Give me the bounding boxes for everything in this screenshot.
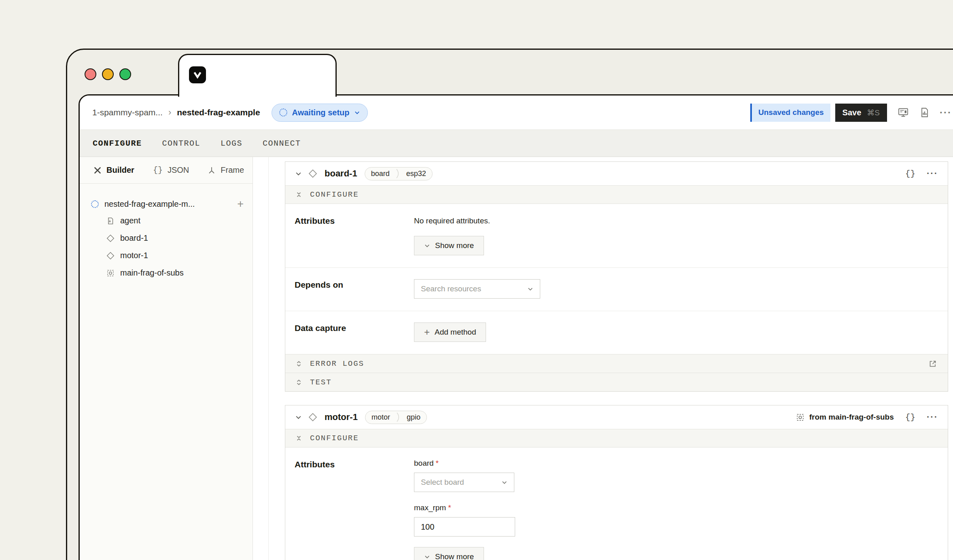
tab-configure[interactable]: CONFIGURE — [93, 139, 142, 148]
code-braces-icon[interactable]: {} — [905, 413, 915, 422]
maximize-window-button[interactable] — [119, 68, 131, 80]
attributes-label: Attributes — [295, 459, 414, 560]
add-method-label: Add method — [435, 328, 476, 337]
board-type-tag: board — [365, 170, 396, 178]
test-label: TEST — [310, 378, 332, 387]
board-model-tag: esp32 — [400, 170, 432, 178]
document-chart-icon — [919, 107, 930, 118]
required-asterisk: * — [436, 459, 439, 467]
collapse-card-chevron-icon[interactable] — [295, 414, 302, 421]
sidebar-tab-builder[interactable]: Builder — [93, 165, 134, 175]
agent-document-icon — [106, 217, 115, 225]
max-rpm-field: max_rpm* — [414, 503, 938, 537]
motor-type-model-tag: motor gpio — [365, 411, 427, 424]
card-overflow-menu[interactable]: ··· — [927, 412, 938, 422]
board-error-logs-bar: ERROR LOGS — [285, 354, 948, 373]
motor-configure-section-bar: CONFIGURE — [285, 429, 948, 448]
motor-show-more-button[interactable]: Show more — [414, 547, 484, 560]
board-show-more-label: Show more — [435, 241, 474, 250]
external-link-icon[interactable] — [928, 359, 937, 368]
tab-control[interactable]: CONTROL — [162, 139, 201, 148]
header-actions: Unsaved changes Save ⌘S — [750, 95, 952, 129]
breadcrumb-current: nested-frag-example — [177, 108, 260, 117]
depends-on-body: Search resources — [414, 279, 938, 299]
collapse-section-icon[interactable] — [296, 191, 302, 198]
component-diamond-icon — [106, 252, 115, 260]
sidebar-tab-json-label: JSON — [168, 165, 189, 175]
motor-show-more-label: Show more — [435, 552, 474, 560]
sidebar-mode-tabs: Builder {} JSON Frame — [80, 157, 253, 184]
app-window: 1-spammy-spam... › nested-frag-example A… — [79, 94, 953, 560]
plus-icon: + — [424, 327, 430, 337]
unsaved-changes-indicator[interactable]: Unsaved changes — [750, 104, 830, 122]
max-rpm-input[interactable] — [414, 517, 515, 537]
collapse-card-chevron-icon[interactable] — [295, 170, 302, 177]
max-rpm-field-label: max_rpm* — [414, 503, 938, 512]
tree-item-main-frag-of-subs[interactable]: main-frag-of-subs — [91, 264, 244, 282]
board-card-title: board-1 — [325, 168, 357, 179]
minimize-window-button[interactable] — [102, 68, 114, 80]
tag-divider — [396, 411, 401, 423]
sidebar: Builder {} JSON Frame — [80, 157, 253, 560]
chevron-down-icon — [527, 286, 533, 292]
tree-item-agent[interactable]: agent — [91, 212, 244, 229]
board-configure-section-bar: CONFIGURE — [285, 185, 948, 204]
depends-on-label: Depends on — [295, 279, 414, 299]
fragment-source-label: from main-frag-of-subs — [809, 413, 894, 422]
board-field-label-text: board — [414, 459, 434, 467]
machine-spinner-icon — [91, 200, 99, 208]
app-body: Builder {} JSON Frame — [80, 157, 953, 560]
close-window-button[interactable] — [85, 68, 96, 80]
select-board-dropdown[interactable]: Select board — [414, 473, 514, 492]
tab-connect[interactable]: CONNECT — [263, 139, 301, 148]
json-braces-icon: {} — [153, 165, 163, 175]
expand-section-icon[interactable] — [296, 360, 302, 367]
header-overflow-menu[interactable]: ··· — [940, 107, 952, 118]
expand-section-icon[interactable] — [296, 379, 302, 386]
tree-item-machine[interactable]: nested-frag-example-m... + — [91, 196, 244, 212]
machine-page-icon-button[interactable] — [898, 107, 909, 118]
add-resource-button[interactable]: + — [237, 199, 244, 210]
fragment-icon — [796, 413, 804, 422]
component-diamond-icon — [308, 169, 317, 178]
motor-attributes-section: Attributes board* Select board — [285, 448, 948, 560]
board-field: board* Select board — [414, 459, 938, 492]
no-required-attributes-note: No required attributes. — [414, 215, 938, 225]
board-1-card: board-1 board esp32 {} ··· — [285, 161, 948, 392]
viam-v-icon — [192, 70, 203, 80]
board-show-more-button[interactable]: Show more — [414, 236, 484, 255]
browser-window: 1-spammy-spam... › nested-frag-example A… — [66, 49, 953, 560]
max-rpm-field-label-text: max_rpm — [414, 503, 446, 512]
tab-logs[interactable]: LOGS — [221, 139, 242, 148]
sidebar-tab-frame-label: Frame — [221, 165, 244, 175]
save-button[interactable]: Save ⌘S — [835, 104, 887, 122]
motor-1-card: motor-1 motor gpio — [285, 405, 948, 560]
motor-configure-label: CONFIGURE — [310, 434, 359, 443]
attributes-body: No required attributes. Show more — [414, 215, 938, 255]
code-braces-icon[interactable]: {} — [905, 169, 915, 178]
collapse-section-icon[interactable] — [296, 435, 302, 442]
tree-item-motor-1[interactable]: motor-1 — [91, 247, 244, 264]
motor-card-actions: from main-frag-of-subs {} ··· — [796, 412, 938, 422]
logs-report-icon-button[interactable] — [919, 107, 930, 118]
viam-logo — [189, 66, 206, 83]
error-logs-label: ERROR LOGS — [310, 359, 364, 368]
sidebar-tab-builder-label: Builder — [106, 165, 134, 175]
browser-tab[interactable] — [178, 54, 337, 97]
breadcrumb-parent[interactable]: 1-spammy-spam... — [92, 108, 163, 117]
machine-status-badge[interactable]: Awaiting setup — [272, 104, 368, 122]
tree-motor-label: motor-1 — [120, 251, 148, 260]
main-nav-tabs: CONFIGURE CONTROL LOGS CONNECT — [80, 129, 953, 157]
tree-item-board-1[interactable]: board-1 — [91, 229, 244, 247]
data-capture-body: + Add method — [414, 322, 938, 342]
chevron-down-icon — [354, 110, 360, 116]
select-board-placeholder: Select board — [421, 478, 464, 487]
board-test-bar: TEST — [285, 373, 948, 391]
depends-on-select[interactable]: Search resources — [414, 279, 540, 299]
sidebar-tab-json[interactable]: {} JSON — [153, 165, 189, 175]
sidebar-tab-frame[interactable]: Frame — [208, 165, 244, 175]
board-1-card-header: board-1 board esp32 {} ··· — [285, 162, 948, 185]
card-overflow-menu[interactable]: ··· — [927, 168, 938, 179]
status-badge-label: Awaiting setup — [292, 108, 350, 117]
add-method-button[interactable]: + Add method — [414, 322, 486, 342]
